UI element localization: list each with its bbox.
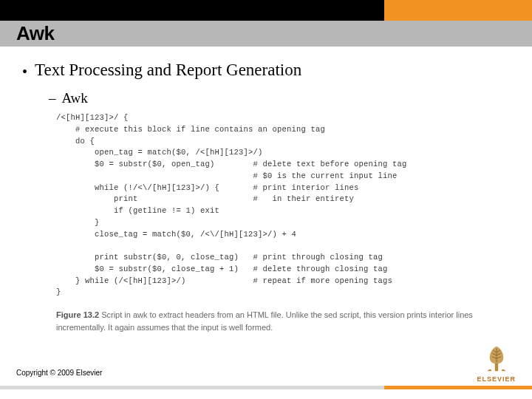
bullet-dash-icon: – [49,90,56,106]
publisher-logo: ELSEVIER [477,343,516,383]
bullet-level-1-text: Text Processing and Report Generation [35,61,301,83]
copyright-text: Copyright © 2009 Elsevier [16,369,102,377]
bullet-level-2-text: Awk [62,90,88,106]
slide-body: • Text Processing and Report Generation … [0,58,532,333]
bullet-level-1: • Text Processing and Report Generation [22,61,510,83]
tree-icon [481,343,512,374]
svg-rect-0 [495,363,498,371]
bottom-orange-accent [384,386,532,389]
code-block: /<[hH][123]>/ { # execute this block if … [56,112,510,299]
bullet-dot-icon: • [22,61,27,83]
figure-caption-text: Script in awk to extract headers from an… [56,310,473,332]
slide-title: Awk [16,22,55,45]
top-orange-accent [384,0,532,21]
slide: Awk • Text Processing and Report Generat… [0,0,532,399]
figure-number: Figure 13.2 [56,310,99,319]
bullet-level-2: – Awk [49,90,510,106]
figure-caption: Figure 13.2 Script in awk to extract hea… [56,309,492,333]
title-bar: Awk [0,21,532,47]
publisher-logo-text: ELSEVIER [477,375,516,383]
